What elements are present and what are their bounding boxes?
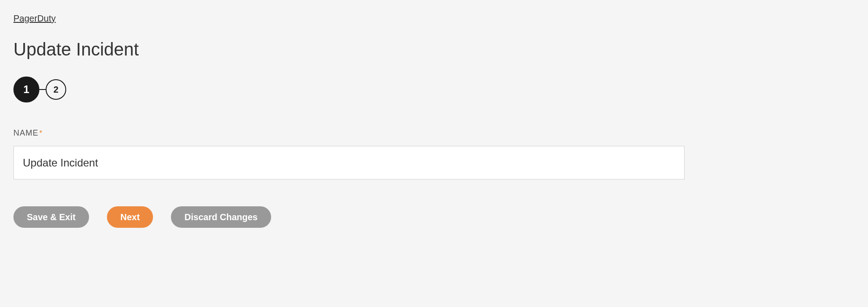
button-row: Save & Exit Next Discard Changes (13, 206, 855, 228)
next-button[interactable]: Next (107, 206, 153, 228)
save-exit-button[interactable]: Save & Exit (13, 206, 89, 228)
name-field-label: NAME (13, 128, 38, 137)
step-1[interactable]: 1 (13, 77, 39, 102)
form-section: NAME* (13, 128, 855, 179)
required-asterisk: * (39, 129, 42, 137)
discard-changes-button[interactable]: Discard Changes (171, 206, 271, 228)
step-connector (39, 89, 46, 90)
page-title: Update Incident (13, 39, 855, 60)
name-input[interactable] (13, 146, 685, 179)
wizard-stepper: 1 2 (13, 77, 855, 102)
step-2[interactable]: 2 (46, 79, 66, 100)
name-label-wrapper: NAME* (13, 128, 855, 138)
breadcrumb-link[interactable]: PagerDuty (13, 13, 56, 24)
